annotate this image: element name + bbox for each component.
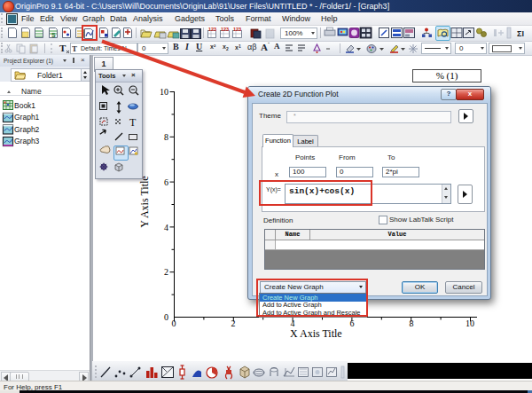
svg-text:123: 123 bbox=[221, 27, 229, 32]
svg-text:123: 123 bbox=[208, 27, 216, 32]
svg-text:T: T bbox=[72, 44, 77, 52]
svg-text:123: 123 bbox=[233, 27, 241, 32]
svg-text:T: T bbox=[129, 116, 137, 129]
svg-text:S: S bbox=[51, 32, 56, 38]
svg-text:T: T bbox=[59, 43, 66, 53]
svg-text:ΣΙ: ΣΙ bbox=[517, 29, 524, 38]
